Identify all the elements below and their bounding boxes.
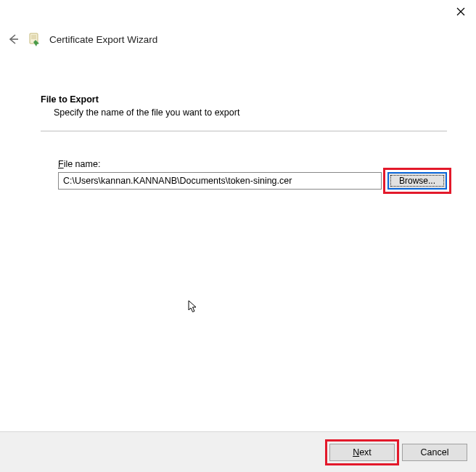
- wizard-header: Certificate Export Wizard: [0, 23, 476, 52]
- next-button[interactable]: Next: [329, 444, 395, 461]
- mouse-cursor-icon: [188, 300, 198, 314]
- browse-button-highlight-wrap: Browse...: [387, 172, 447, 190]
- next-button-highlight-wrap: Next: [329, 444, 395, 461]
- section-heading: File to Export: [41, 94, 447, 105]
- file-name-input[interactable]: [58, 172, 382, 190]
- wizard-title: Certificate Export Wizard: [49, 34, 157, 45]
- close-icon[interactable]: [456, 7, 466, 17]
- browse-button[interactable]: Browse...: [387, 172, 447, 190]
- browse-button-label: Browse...: [399, 176, 435, 186]
- cancel-button-label: Cancel: [421, 447, 449, 457]
- wizard-footer: Next Cancel: [0, 431, 476, 472]
- titlebar: [0, 0, 476, 23]
- next-button-hotkey: N: [353, 447, 359, 457]
- file-field-area: File name: Browse...: [41, 159, 447, 190]
- certificate-icon: [28, 32, 42, 46]
- file-name-label-rest: ile name:: [64, 159, 101, 169]
- next-button-rest: ext: [359, 447, 372, 457]
- wizard-content: File to Export Specify the name of the f…: [0, 52, 476, 190]
- back-arrow-icon[interactable]: [6, 32, 20, 46]
- file-name-label: File name:: [58, 159, 447, 169]
- cancel-button[interactable]: Cancel: [402, 444, 467, 461]
- file-name-label-hotkey: F: [58, 159, 64, 169]
- divider: [41, 131, 447, 131]
- section-subtext: Specify the name of the file you want to…: [41, 107, 447, 118]
